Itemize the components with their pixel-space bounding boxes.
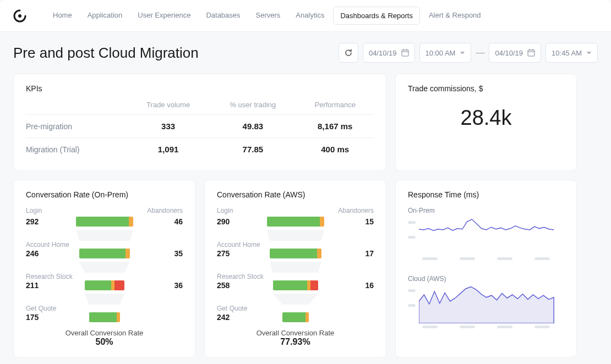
funnel-onprem-title: Conversation Rate (On-Prem) [26, 190, 183, 199]
funnel-bar [79, 249, 130, 258]
start-time-value: 10:00 AM [425, 49, 456, 57]
funnel-abandoners: 16 [346, 281, 374, 290]
commissions-value: 28.4k [408, 106, 564, 130]
funnel-abandoners: 35 [155, 249, 183, 258]
start-date-input[interactable]: 04/10/19 [363, 43, 415, 63]
page-title: Pre and post Cloud Migration [13, 45, 199, 62]
funnel-bar [273, 280, 318, 290]
svg-rect-5 [528, 50, 534, 56]
funnel-bar [267, 217, 324, 227]
funnel-bar [89, 312, 120, 322]
funnel-step: 21136 [26, 280, 183, 290]
kpi-col-blank [26, 101, 127, 115]
nav-tab-alert-respond[interactable]: Alert & Respond [422, 7, 488, 25]
funnel-bar [270, 249, 321, 258]
nav-tab-servers[interactable]: Servers [249, 7, 287, 25]
aws-sparkline [408, 285, 564, 334]
funnel-value: 211 [26, 281, 53, 290]
overall-label: Overall Conversion Rate [26, 329, 183, 337]
kpi-row-migration-trial: Migration (Trial) 1,091 77.85 400 ms [26, 138, 374, 161]
funnel-step-label: Account Home [217, 241, 374, 249]
kpi-cell: 77.85 [209, 138, 296, 161]
funnel-step-label: Get Quote [26, 305, 183, 312]
kpi-cell: 8,167 ms [296, 115, 374, 138]
onprem-sparkline [408, 217, 564, 266]
end-date-input[interactable]: 04/10/19 [489, 43, 541, 63]
end-time-value: 10:45 AM [552, 49, 582, 57]
funnel-step-label: Research Stock [217, 273, 374, 280]
funnel-step: 24635 [26, 249, 183, 258]
funnel-onprem-card: Conversation Rate (On-Prem) Login Abando… [13, 180, 195, 357]
funnel-step: 27517 [217, 249, 374, 258]
funnel-value: 292 [26, 217, 53, 226]
kpi-cell: 333 [127, 115, 209, 138]
funnel-abandoners: 17 [346, 249, 374, 258]
svg-point-0 [18, 14, 21, 18]
commissions-card: Trade commissions, $ 28.4k [395, 74, 577, 171]
kpi-col-trade-volume: Trade volume [127, 101, 209, 115]
funnel-abandoners: 15 [346, 217, 374, 226]
funnel-step-label: Research Stock [26, 273, 183, 280]
funnel-value: 246 [26, 249, 53, 258]
funnel-value: 175 [26, 313, 53, 322]
chevron-down-icon [460, 50, 465, 56]
funnel-value: 275 [217, 249, 244, 258]
navbar: Home Application User Experience Databas… [0, 0, 611, 32]
svg-marker-13 [270, 262, 321, 273]
kpi-cell: 49.83 [209, 115, 296, 138]
nav-tab-databases[interactable]: Databases [199, 7, 247, 25]
funnel-step: 29246 [26, 217, 183, 227]
kpi-row-label: Migration (Trial) [26, 138, 127, 161]
response-time-title: Response Time (ms) [408, 190, 564, 199]
nav-tab-analytics[interactable]: Analytics [289, 7, 331, 25]
overall-value: 50% [26, 337, 183, 347]
funnel-step: 29015 [217, 217, 374, 227]
date-range-controls: 04/10/19 10:00 AM — 04/10/19 10:45 AM [339, 43, 598, 63]
funnel-step: 242 [217, 312, 374, 322]
funnel-bar [85, 280, 124, 290]
kpi-row-label: Pre-migration [26, 115, 127, 138]
nav-tab-user-experience[interactable]: User Experience [131, 7, 197, 25]
nav-tab-home[interactable]: Home [46, 7, 79, 25]
funnel-step: 175 [26, 312, 183, 322]
aws-spark-label: Cloud (AWS) [408, 275, 564, 283]
funnel-step-label: Get Quote [217, 305, 374, 312]
kpi-col-performance: Performance [296, 101, 374, 115]
start-time-input[interactable]: 10:00 AM [419, 43, 472, 63]
calendar-icon [401, 49, 409, 57]
calendar-icon [527, 49, 535, 57]
kpi-card-title: KPIs [26, 84, 374, 93]
chevron-down-icon [586, 50, 592, 56]
range-separator: — [476, 48, 484, 58]
start-date-value: 04/10/19 [369, 49, 397, 57]
funnel-bar [282, 312, 309, 322]
funnel-aws-title: Conversation Rate (AWS) [217, 190, 374, 199]
funnel-right-header: Abandoners [338, 207, 374, 214]
svg-marker-11 [85, 294, 124, 305]
kpi-cell: 400 ms [296, 138, 374, 161]
funnel-aws-card: Conversation Rate (AWS) Login Abandoners… [204, 180, 386, 357]
response-time-card: Response Time (ms) On-Prem Cloud (AWS) [395, 180, 577, 357]
end-date-value: 04/10/19 [495, 49, 523, 57]
commissions-title: Trade commissions, $ [408, 84, 564, 93]
kpi-table: Trade volume % user trading Performance … [26, 101, 374, 161]
nav-tabs: Home Application User Experience Databas… [46, 7, 488, 25]
funnel-step: 25816 [217, 280, 374, 290]
nav-tab-dashboards-reports[interactable]: Dashboards & Reports [333, 7, 420, 25]
svg-rect-1 [402, 50, 408, 56]
svg-marker-9 [76, 230, 133, 241]
onprem-spark-label: On-Prem [408, 207, 564, 214]
refresh-button[interactable] [339, 43, 358, 63]
funnel-step-label: Account Home [26, 241, 183, 249]
funnel-value: 242 [217, 313, 244, 322]
refresh-icon [344, 48, 353, 57]
funnel-bar [76, 217, 133, 227]
funnel-abandoners: 36 [155, 281, 183, 290]
funnel-left-header: Login [217, 207, 233, 214]
overall-value: 77.93% [217, 337, 374, 347]
funnel-left-header: Login [26, 207, 42, 214]
funnel-value: 290 [217, 217, 244, 226]
kpi-col-user-trading: % user trading [209, 101, 296, 115]
end-time-input[interactable]: 10:45 AM [545, 43, 598, 63]
nav-tab-application[interactable]: Application [81, 7, 129, 25]
